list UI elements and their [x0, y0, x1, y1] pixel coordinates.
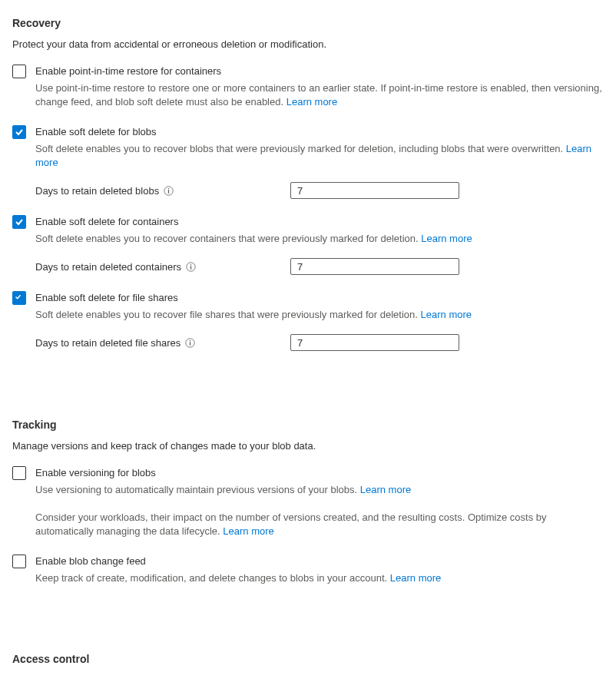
- input-retain-containers[interactable]: [290, 258, 459, 275]
- learn-more-link[interactable]: Learn more: [421, 233, 472, 244]
- tracking-intro: Manage versions and keep track of change…: [12, 440, 604, 452]
- svg-point-7: [190, 339, 190, 340]
- field-label-retain-containers: Days to retain deleted containers: [35, 261, 181, 273]
- learn-more-link[interactable]: Learn more: [390, 572, 441, 584]
- tracking-header: Tracking: [12, 419, 604, 431]
- desc-pitr: Use point-in-time restore to restore one…: [35, 81, 604, 109]
- checkbox-versioning[interactable]: [12, 466, 26, 480]
- checkbox-soft-delete-blobs[interactable]: [12, 125, 26, 139]
- svg-rect-2: [168, 190, 169, 193]
- info-icon[interactable]: [185, 338, 195, 348]
- field-label-retain-blobs: Days to retain deleted blobs: [35, 185, 159, 197]
- checkbox-change-feed[interactable]: [12, 555, 26, 568]
- field-row-retain-file-shares: Days to retain deleted file shares: [35, 334, 604, 351]
- check-icon: [15, 127, 24, 137]
- checkbox-label-versioning[interactable]: Enable versioning for blobs: [35, 465, 604, 480]
- field-row-retain-containers: Days to retain deleted containers: [35, 258, 604, 275]
- option-soft-delete-file-shares: Enable soft delete for file shares Soft …: [12, 290, 604, 351]
- info-icon[interactable]: [164, 186, 174, 196]
- desc-text: Consider your workloads, their impact on…: [35, 512, 546, 537]
- checkbox-label-soft-delete-containers[interactable]: Enable soft delete for containers: [35, 214, 604, 229]
- check-icon: [15, 217, 24, 227]
- recovery-intro: Protect your data from accidental or err…: [12, 38, 604, 50]
- checkbox-label-soft-delete-file-shares[interactable]: Enable soft delete for file shares: [35, 290, 604, 305]
- check-icon: [15, 293, 24, 303]
- desc-versioning-2: Consider your workloads, their impact on…: [35, 511, 604, 538]
- option-soft-delete-containers: Enable soft delete for containers Soft d…: [12, 214, 604, 275]
- learn-more-link[interactable]: Learn more: [223, 525, 273, 537]
- checkbox-label-soft-delete-blobs[interactable]: Enable soft delete for blobs: [35, 124, 604, 139]
- desc-change-feed: Keep track of create, modification, and …: [35, 571, 604, 585]
- desc-soft-delete-blobs: Soft delete enables you to recover blobs…: [35, 142, 604, 170]
- checkbox-pitr[interactable]: [12, 65, 26, 78]
- option-pitr: Enable point-in-time restore for contain…: [12, 64, 604, 109]
- field-row-retain-blobs: Days to retain deleted blobs: [35, 182, 604, 199]
- desc-text: Soft delete enables you to recover file …: [35, 309, 418, 320]
- option-versioning: Enable versioning for blobs Use versioni…: [12, 465, 604, 538]
- learn-more-link[interactable]: Learn more: [286, 96, 337, 108]
- svg-point-4: [190, 263, 191, 264]
- input-retain-blobs[interactable]: [290, 182, 459, 199]
- learn-more-link[interactable]: Learn more: [421, 309, 472, 320]
- svg-rect-5: [190, 266, 191, 269]
- desc-text: Keep track of create, modification, and …: [35, 572, 387, 584]
- checkbox-soft-delete-containers[interactable]: [12, 215, 26, 229]
- field-label-retain-file-shares: Days to retain deleted file shares: [35, 337, 180, 349]
- desc-text: Soft delete enables you to recover conta…: [35, 233, 419, 244]
- desc-versioning-1: Use versioning to automatically maintain…: [35, 483, 604, 497]
- option-change-feed: Enable blob change feed Keep track of cr…: [12, 554, 604, 585]
- desc-soft-delete-containers: Soft delete enables you to recover conta…: [35, 232, 604, 246]
- svg-rect-8: [190, 342, 190, 345]
- checkbox-label-change-feed[interactable]: Enable blob change feed: [35, 554, 604, 568]
- recovery-header: Recovery: [12, 17, 604, 29]
- desc-soft-delete-file-shares: Soft delete enables you to recover file …: [35, 308, 604, 322]
- checkbox-soft-delete-file-shares[interactable]: [12, 291, 26, 305]
- checkbox-label-pitr[interactable]: Enable point-in-time restore for contain…: [35, 64, 604, 78]
- learn-more-link[interactable]: Learn more: [360, 484, 411, 495]
- desc-text: Use versioning to automatically maintain…: [35, 484, 357, 495]
- desc-text: Soft delete enables you to recover blobs…: [35, 143, 563, 154]
- info-icon[interactable]: [186, 262, 196, 272]
- svg-point-1: [168, 187, 169, 188]
- input-retain-file-shares[interactable]: [290, 334, 459, 351]
- option-soft-delete-blobs: Enable soft delete for blobs Soft delete…: [12, 124, 604, 199]
- access-control-header: Access control: [12, 653, 604, 665]
